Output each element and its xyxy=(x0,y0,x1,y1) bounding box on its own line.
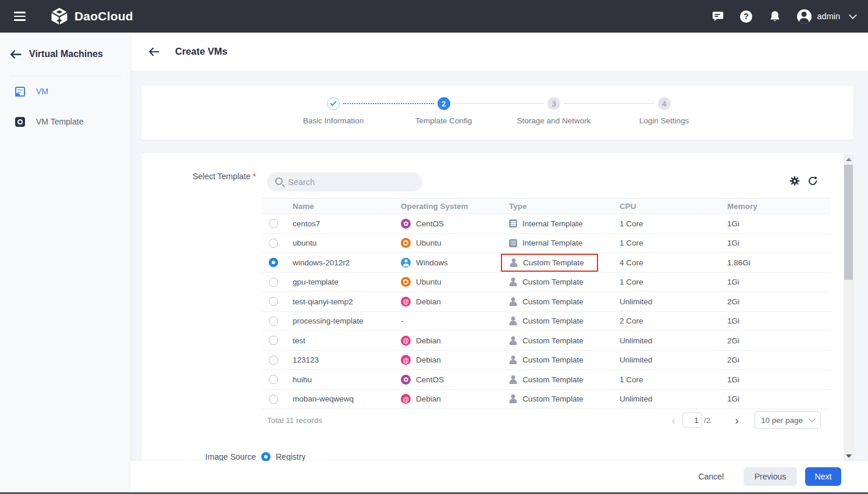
row-memory: 1Gi xyxy=(723,395,831,403)
row-os: Ubuntu xyxy=(416,239,442,247)
row-radio[interactable] xyxy=(269,219,278,228)
notifications-icon[interactable] xyxy=(769,10,781,23)
row-name: centos7 xyxy=(288,219,396,228)
row-memory: 2Gi xyxy=(723,356,831,364)
row-type: Custom Template xyxy=(522,395,584,403)
table-row[interactable]: centos7✿CentOSInternal Template1 Core1Gi xyxy=(262,214,831,234)
row-radio[interactable] xyxy=(269,336,278,345)
help-icon[interactable]: ? xyxy=(740,10,753,23)
row-radio[interactable] xyxy=(269,317,278,326)
refresh-icon[interactable] xyxy=(807,176,818,188)
row-type: Custom Template xyxy=(522,356,584,364)
table-row[interactable]: ubuntuUbuntuInternal Template1 Core1Gi xyxy=(262,234,831,254)
row-os: Debian xyxy=(416,395,441,403)
sidebar-item-label: VM xyxy=(36,87,48,96)
total-records: Total 11 records xyxy=(267,416,322,425)
sidebar-item-vm[interactable]: VM xyxy=(0,76,130,106)
page-header: Create VMs xyxy=(130,33,868,70)
row-memory: 1Gi xyxy=(723,375,831,384)
table-body: centos7✿CentOSInternal Template1 Core1Gi… xyxy=(262,214,831,409)
settings-gear-icon[interactable] xyxy=(789,176,800,188)
content: Basic Information2Template Config3Storag… xyxy=(130,70,868,494)
avatar[interactable] xyxy=(797,9,812,24)
table-row[interactable]: test-qianyi-temp2@DebianCustom TemplateU… xyxy=(262,292,831,312)
table-row[interactable]: gpu-templateUbuntuCustom Template1 Core1… xyxy=(262,273,831,293)
scrollbar-thumb[interactable] xyxy=(844,165,853,280)
row-radio[interactable] xyxy=(269,356,278,365)
page-prev-icon[interactable]: ‹ xyxy=(671,414,675,427)
messages-icon[interactable] xyxy=(712,10,724,23)
previous-button[interactable]: Previous xyxy=(744,467,797,486)
row-cpu: 2 Core xyxy=(615,317,723,325)
row-cpu: 1 Core xyxy=(615,375,723,384)
footer-actions: Cancel Previous Next xyxy=(130,461,868,492)
scroll-up-icon[interactable] xyxy=(846,158,852,161)
page-size-select[interactable]: 10 per page xyxy=(755,411,821,429)
step-connector xyxy=(343,103,434,104)
chevron-down-icon[interactable] xyxy=(849,11,857,19)
sidebar-item-vm-template[interactable]: VM Template xyxy=(0,106,130,137)
row-os: Debian xyxy=(416,297,441,306)
row-radio[interactable] xyxy=(269,395,278,404)
row-radio[interactable] xyxy=(269,258,278,267)
table-header: NameOperating SystemTypeCPUMemory xyxy=(262,198,831,214)
image-source-row: Image Source Registry xyxy=(141,452,853,461)
row-radio[interactable] xyxy=(269,239,278,248)
scrollbar[interactable] xyxy=(844,154,853,461)
table-toolbar: Search xyxy=(262,172,831,191)
cancel-button[interactable]: Cancel xyxy=(689,467,733,486)
brand[interactable]: DaoCloud xyxy=(49,6,133,26)
scroll-down-icon[interactable] xyxy=(846,454,852,458)
registry-label: Registry xyxy=(276,452,305,461)
custom-template-icon xyxy=(509,395,517,403)
stepper: Basic Information2Template Config3Storag… xyxy=(141,86,853,140)
step-check-icon xyxy=(327,97,340,110)
column-header: Type xyxy=(504,202,615,211)
table-row[interactable]: 123123@DebianCustom TemplateUnlimited2Gi xyxy=(262,351,831,371)
custom-template-icon xyxy=(509,297,517,306)
row-radio[interactable] xyxy=(269,297,278,306)
sidebar-item-label: VM Template xyxy=(36,117,83,126)
search-input[interactable]: Search xyxy=(267,172,422,191)
daocloud-logo-icon xyxy=(49,6,69,26)
table-row[interactable]: windows-2012r2WindowsCustom Template4 Co… xyxy=(262,253,831,273)
row-radio[interactable] xyxy=(269,278,278,287)
page-next-icon[interactable]: › xyxy=(735,414,739,427)
hamburger-menu-icon[interactable] xyxy=(14,9,26,23)
row-cpu: 4 Core xyxy=(615,258,723,267)
row-cpu: 1 Core xyxy=(615,239,723,247)
row-os: Windows xyxy=(416,258,448,267)
centos-icon: ✿ xyxy=(401,219,411,229)
username: admin xyxy=(817,12,841,21)
row-memory: 2Gi xyxy=(723,336,831,345)
select-template-label: Select Template* xyxy=(141,172,256,181)
next-button[interactable]: Next xyxy=(805,467,841,486)
custom-template-icon xyxy=(509,375,517,384)
table-row[interactable]: processing-template-Custom Template2 Cor… xyxy=(262,312,831,332)
table-row[interactable]: moban-weqwewq@DebianCustom TemplateUnlim… xyxy=(262,390,831,410)
column-header: Operating System xyxy=(396,202,504,211)
step-number: 4 xyxy=(658,97,671,110)
registry-radio[interactable] xyxy=(261,452,271,461)
windows-icon xyxy=(401,258,411,268)
table-row[interactable]: huihu✿CentOSCustom Template1 Core1Gi xyxy=(262,370,831,390)
row-name: ubuntu xyxy=(288,239,396,247)
row-name: test-qianyi-temp2 xyxy=(288,297,396,306)
column-header: Memory xyxy=(723,202,831,211)
row-type: Custom Template xyxy=(522,375,584,384)
sidebar-back-icon[interactable] xyxy=(9,49,22,59)
row-memory: 1Gi xyxy=(723,239,831,247)
topbar: DaoCloud ? admin xyxy=(0,0,868,33)
row-memory: 1Gi xyxy=(723,219,831,228)
table-row[interactable]: test@DebianCustom TemplateUnlimited2Gi xyxy=(262,331,831,351)
image-source-label: Image Source xyxy=(141,452,256,461)
page-number-input[interactable]: 1 xyxy=(682,413,702,428)
row-name: windows-2012r2 xyxy=(288,258,396,267)
row-radio[interactable] xyxy=(269,375,278,384)
row-memory: 1Gi xyxy=(723,278,831,286)
search-placeholder: Search xyxy=(288,177,315,187)
row-cpu: Unlimited xyxy=(615,395,723,403)
row-os: Debian xyxy=(416,356,441,364)
page-back-icon[interactable] xyxy=(148,47,159,56)
sidebar-nav: VMVM Template xyxy=(0,76,130,137)
